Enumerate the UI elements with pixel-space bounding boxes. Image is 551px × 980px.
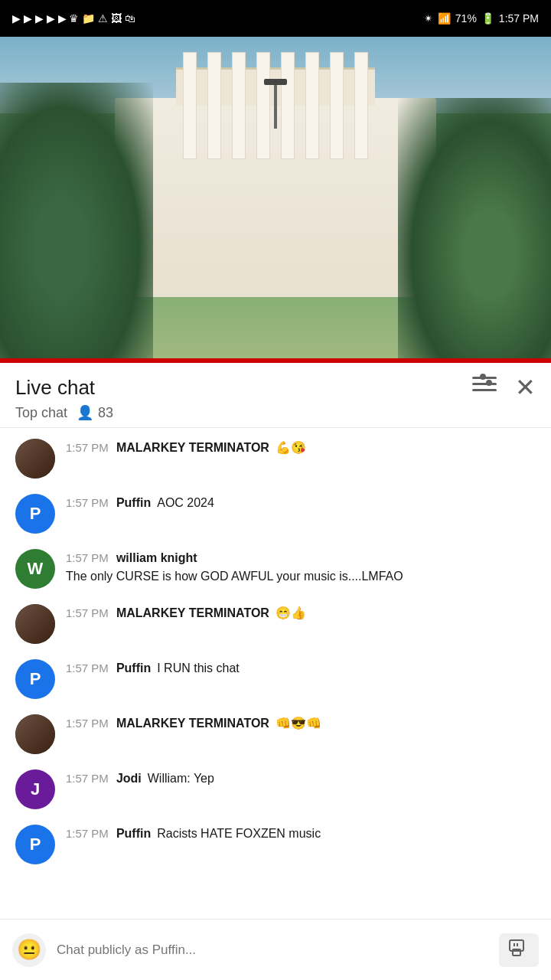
chat-message: W 1:57 PM william knight The only CURSE …: [0, 541, 551, 596]
chat-message: 1:57 PM MALARKEY TERMINATOR 💪😘: [0, 431, 551, 486]
message-time: 1:57 PM: [66, 605, 109, 622]
message-author: MALARKEY TERMINATOR: [116, 714, 269, 733]
avatar: [15, 604, 55, 644]
message-text: AOC 2024: [157, 494, 214, 512]
chat-input-field[interactable]: [57, 933, 488, 967]
message-content: 1:57 PM MALARKEY TERMINATOR 💪😘: [66, 439, 536, 457]
message-content: 1:57 PM Puffin Racists HATE FOXZEN music: [66, 825, 536, 843]
battery-icon: 🔋: [481, 12, 494, 24]
message-author: Puffin: [116, 825, 151, 843]
send-button[interactable]: [499, 933, 539, 967]
avatar: P: [15, 659, 55, 699]
chat-message: J 1:57 PM Jodi William: Yep: [0, 762, 551, 817]
chat-message: 1:57 PM MALARKEY TERMINATOR 👊😎👊: [0, 707, 551, 762]
status-bar: ▶ ▶ ▶ ▶ ▶ ♛ 📁 ⚠ 🖼 🛍 ✴ 📶 71% 🔋 1:57 PM: [0, 0, 551, 37]
viewer-count: 👤 83: [77, 404, 113, 421]
chat-message: P 1:57 PM Puffin AOC 2024: [0, 486, 551, 541]
message-author: Puffin: [116, 494, 151, 512]
battery-percent: 71%: [455, 12, 477, 24]
avatar: [15, 439, 55, 479]
message-content: 1:57 PM william knight The only CURSE is…: [66, 549, 536, 586]
message-author: MALARKEY TERMINATOR: [116, 439, 269, 457]
message-text: 💪😘: [276, 439, 306, 457]
time-display: 1:57 PM: [499, 12, 539, 24]
message-time: 1:57 PM: [66, 439, 109, 457]
message-author: william knight: [116, 549, 197, 567]
top-chat-label: Top chat: [15, 405, 67, 421]
message-content: 1:57 PM MALARKEY TERMINATOR 😁👍: [66, 604, 536, 622]
status-right-info: ✴ 📶 71% 🔋 1:57 PM: [424, 12, 539, 24]
message-author: MALARKEY TERMINATOR: [116, 604, 269, 622]
avatar: [15, 714, 55, 754]
live-chat-title: Live chat: [15, 376, 95, 400]
message-text: I RUN this chat: [157, 659, 240, 678]
avatar: W: [15, 549, 55, 589]
message-content: 1:57 PM Puffin I RUN this chat: [66, 659, 536, 678]
message-time: 1:57 PM: [66, 495, 109, 512]
viewer-number: 83: [98, 405, 113, 421]
notification-icons: ▶ ▶ ▶ ▶ ▶ ♛ 📁 ⚠ 🖼 🛍: [12, 12, 135, 24]
chat-message: 1:57 PM MALARKEY TERMINATOR 😁👍: [0, 596, 551, 652]
message-author: Jodi: [116, 769, 142, 788]
message-time: 1:57 PM: [66, 550, 109, 567]
message-text: 😁👍: [276, 604, 306, 622]
avatar: P: [15, 494, 55, 534]
message-content: 1:57 PM Jodi William: Yep: [66, 769, 536, 788]
chat-subheader: Top chat 👤 83: [15, 404, 536, 421]
message-time: 1:57 PM: [66, 770, 109, 788]
message-text: 👊😎👊: [276, 714, 321, 733]
message-time: 1:57 PM: [66, 715, 109, 733]
message-text: Racists HATE FOXZEN music: [157, 825, 321, 843]
emoji-button[interactable]: 😐: [12, 933, 46, 967]
message-time: 1:57 PM: [66, 660, 109, 678]
chat-message: P 1:57 PM Puffin Racists HATE FOXZEN mus…: [0, 817, 551, 872]
avatar: P: [15, 825, 55, 864]
avatar: J: [15, 769, 55, 809]
message-content: 1:57 PM Puffin AOC 2024: [66, 494, 536, 512]
close-button[interactable]: ✕: [515, 375, 536, 400]
chat-messages-list: 1:57 PM MALARKEY TERMINATOR 💪😘 P 1:57 PM…: [0, 428, 551, 875]
status-icons: ▶ ▶ ▶ ▶ ▶ ♛ 📁 ⚠ 🖼 🛍: [12, 12, 135, 24]
header-actions: ✕: [472, 375, 536, 400]
send-icon: [508, 937, 530, 963]
video-thumbnail[interactable]: [0, 37, 551, 358]
chat-input-bar: 😐: [0, 919, 551, 980]
bluetooth-icon: ✴: [424, 12, 433, 24]
chat-header: Live chat ✕ Top chat 👤 83: [0, 363, 551, 428]
wifi-icon: 📶: [438, 12, 451, 24]
person-icon: 👤: [77, 404, 93, 421]
emoji-icon: 😐: [17, 938, 41, 962]
message-time: 1:57 PM: [66, 825, 109, 843]
message-content: 1:57 PM MALARKEY TERMINATOR 👊😎👊: [66, 714, 536, 733]
message-text: The only CURSE is how GOD AWFUL your mus…: [66, 567, 403, 586]
filter-button[interactable]: [472, 377, 497, 398]
message-text: William: Yep: [148, 769, 214, 788]
chat-message: P 1:57 PM Puffin I RUN this chat: [0, 652, 551, 707]
message-author: Puffin: [116, 659, 151, 678]
